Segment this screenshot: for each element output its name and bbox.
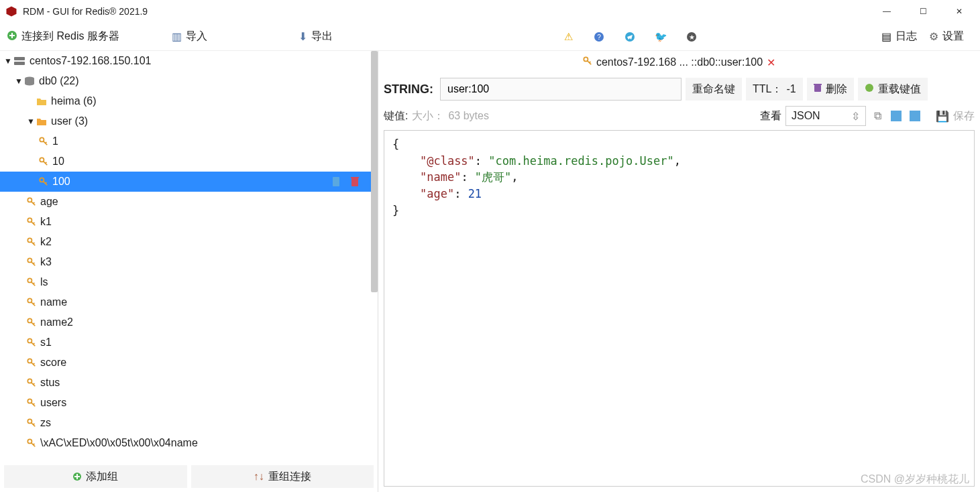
ttl-button[interactable]: TTL： -1 — [746, 78, 803, 101]
export-button[interactable]: ⬇ 导出 — [252, 23, 378, 50]
tree-key-item[interactable]: k3 — [0, 252, 378, 272]
warning-icon[interactable]: ⚠ — [562, 31, 574, 43]
reload-label: 重载键值 — [878, 82, 921, 97]
plus-icon — [7, 30, 17, 44]
key-icon — [27, 237, 36, 247]
import-label: 导入 — [186, 29, 207, 44]
ttl-label: TTL： — [753, 82, 782, 97]
value-editor[interactable]: { "@class": "com.heima.redis.pojo.User",… — [384, 130, 975, 487]
key-label: 100 — [52, 176, 70, 188]
import-button[interactable]: ▥ 导入 — [126, 23, 252, 50]
tree-scrollbar[interactable] — [371, 51, 378, 292]
close-button[interactable]: ✕ — [944, 1, 975, 21]
db-label: db0 (22) — [39, 75, 79, 87]
key-icon — [583, 56, 592, 68]
svg-point-19 — [28, 218, 32, 222]
tree-key-item[interactable]: users — [0, 393, 378, 413]
title-bar: RDM - GUI for Redis® 2021.9 — ☐ ✕ — [0, 0, 980, 23]
help-icon[interactable]: ? — [593, 31, 605, 43]
tree-key-item[interactable]: \xAC\xED\x00\x05t\x00\x04name — [0, 433, 378, 453]
tree-server-node[interactable]: ▼ centos7-192.168.150.101 — [0, 51, 378, 71]
sort-icon: ↑↓ — [254, 471, 264, 483]
svg-rect-7 — [14, 57, 25, 60]
tab-bar: centos7-192.168 ... ::db0::user:100 ✕ — [378, 51, 980, 74]
tree-key-item[interactable]: ls — [0, 272, 378, 292]
twitter-icon[interactable]: 🐦 — [655, 31, 667, 43]
caret-down-icon: ▼ — [27, 117, 36, 126]
json-key: "name" — [420, 170, 461, 184]
size-label: 键值: — [384, 109, 408, 123]
json-value: 21 — [468, 187, 482, 200]
watermark: CSDN @岁岁种桃花儿 — [861, 473, 969, 487]
rename-label: 重命名键 — [692, 82, 735, 97]
key-label: zs — [40, 417, 51, 429]
save-button[interactable]: 💾 保存 — [936, 109, 975, 123]
tree-key-10[interactable]: 10 — [0, 151, 378, 172]
key-label: 1 — [52, 135, 58, 147]
import-icon: ▥ — [172, 30, 182, 43]
delete-key-icon[interactable] — [349, 175, 360, 188]
tab-title[interactable]: centos7-192.168 ... ::db0::user:100 — [596, 56, 763, 68]
copy-key-icon[interactable] — [331, 175, 341, 188]
tree-key-item[interactable]: name — [0, 292, 378, 312]
tree-key-item[interactable]: s1 — [0, 332, 378, 353]
svg-point-18 — [28, 198, 32, 202]
log-button[interactable]: ▤ 日志 — [881, 29, 917, 44]
rename-button[interactable]: 重命名键 — [686, 78, 742, 101]
tree-key-100[interactable]: 100 — [0, 172, 378, 192]
gear-icon: ⚙ — [929, 30, 938, 43]
connect-label: 连接到 Redis 服务器 — [21, 29, 119, 44]
tree-key-item[interactable]: k2 — [0, 232, 378, 252]
format-icon-1[interactable] — [889, 109, 904, 123]
key-tree[interactable]: ▼ centos7-192.168.150.101 ▼ db0 (22) hei… — [0, 51, 378, 461]
maximize-button[interactable]: ☐ — [908, 1, 938, 21]
content-pane: centos7-192.168 ... ::db0::user:100 ✕ ST… — [378, 51, 980, 492]
key-label: \xAC\xED\x00\x05t\x00\x04name — [40, 437, 198, 449]
view-format-select[interactable]: JSON ⇳ — [785, 106, 866, 126]
format-icon-2[interactable] — [908, 109, 922, 123]
tree-key-item[interactable]: stus — [0, 373, 378, 393]
key-name-input[interactable] — [440, 78, 682, 101]
reload-button[interactable]: 重载键值 — [858, 78, 928, 101]
save-icon: 💾 — [936, 110, 949, 123]
tab-close-icon[interactable]: ✕ — [767, 56, 775, 69]
delete-label: 删除 — [826, 82, 847, 97]
settings-button[interactable]: ⚙ 设置 — [929, 29, 964, 44]
svg-point-30 — [28, 439, 32, 443]
folder-label: heima (6) — [51, 95, 97, 107]
svg-rect-15 — [333, 177, 339, 186]
reorganize-button[interactable]: ↑↓ 重组连接 — [191, 465, 374, 488]
window-controls: — ☐ ✕ — [871, 1, 975, 21]
key-icon — [27, 278, 36, 287]
key-icon — [27, 438, 36, 448]
svg-rect-37 — [910, 111, 920, 121]
tree-folder-heima[interactable]: heima (6) — [0, 91, 378, 111]
tree-key-1[interactable]: 1 — [0, 131, 378, 151]
server-icon — [13, 56, 25, 66]
tree-folder-user[interactable]: ▼ user (3) — [0, 111, 378, 131]
key-icon — [27, 378, 36, 387]
svg-point-13 — [40, 158, 44, 162]
delete-button[interactable]: 删除 — [807, 78, 854, 101]
tree-key-item[interactable]: score — [0, 353, 378, 373]
copy-icon[interactable]: ⧉ — [870, 109, 885, 123]
caret-down-icon: ▼ — [4, 56, 13, 66]
telegram-icon[interactable] — [624, 31, 636, 43]
key-label: score — [40, 357, 66, 369]
add-group-label: 添加组 — [86, 470, 118, 484]
tree-key-item[interactable]: zs — [0, 413, 378, 433]
star-icon[interactable]: ★ — [686, 31, 698, 43]
tree-db-node[interactable]: ▼ db0 (22) — [0, 71, 378, 91]
sidebar: ▼ centos7-192.168.150.101 ▼ db0 (22) hei… — [0, 51, 378, 492]
log-label: 日志 — [895, 29, 917, 44]
add-group-button[interactable]: 添加组 — [4, 465, 187, 488]
svg-point-12 — [40, 137, 44, 141]
json-value: "com.heima.redis.pojo.User" — [488, 154, 673, 168]
key-icon — [27, 398, 36, 408]
minimize-button[interactable]: — — [871, 1, 902, 21]
connect-button[interactable]: 连接到 Redis 服务器 — [0, 23, 126, 50]
tree-key-item[interactable]: k1 — [0, 212, 378, 232]
tree-key-item[interactable]: age — [0, 192, 378, 212]
tree-key-item[interactable]: name2 — [0, 312, 378, 332]
updown-icon: ⇳ — [851, 110, 860, 123]
